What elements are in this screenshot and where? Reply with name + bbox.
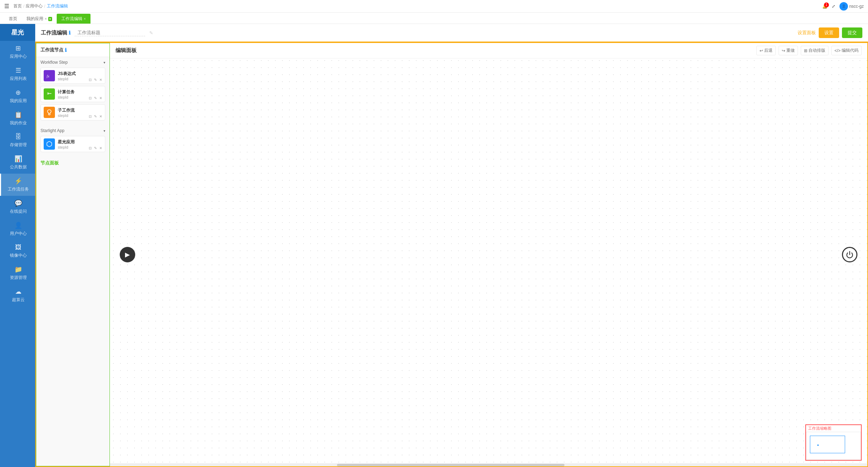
sidebar-label-myapps: 我的应用 <box>10 98 27 104</box>
editor-title-text: 工作流编辑 <box>41 30 67 36</box>
starlight-delete-btn[interactable]: ✕ <box>99 146 103 150</box>
auto-layout-icon: ⊞ <box>804 48 807 53</box>
tab-my-apps-badge: ▾ <box>48 17 52 21</box>
sidebar-item-myjobs[interactable]: 📋 我的作业 <box>0 107 35 130</box>
workflow-step-section-header[interactable]: Workflow Step ▾ <box>40 60 105 65</box>
user-name: nscc-gz <box>849 4 864 9</box>
js-edit-btn[interactable]: ✎ <box>93 77 98 82</box>
left-panel-title: 工作流节点 <box>40 47 63 53</box>
undo-label: 后退 <box>764 48 773 54</box>
sidebar-item-workflow[interactable]: ⚡ 工作流任务 <box>0 174 35 196</box>
setup-button[interactable]: 设置 <box>819 27 839 38</box>
tab-workflow-editor[interactable]: 工作流编辑 × <box>57 14 90 24</box>
scrollbar-thumb[interactable] <box>337 464 564 466</box>
compute-task-icon <box>44 88 55 100</box>
redo-button[interactable]: ↪ 重做 <box>779 46 798 55</box>
setup-panel-link[interactable]: 设置面板 <box>798 30 816 36</box>
undo-button[interactable]: ↩ 后退 <box>756 46 776 55</box>
breadcrumb-current: 工作流编辑 <box>47 3 68 9</box>
left-panel-header: 工作流节点 ℹ <box>36 43 110 57</box>
top-nav-right: 🔔 1 ⤢ 👤 nscc-gz <box>822 2 864 11</box>
node-starlight-app[interactable]: 星光应用 stepId ⊡ ✎ ✕ <box>40 136 105 152</box>
horizontal-scrollbar[interactable] <box>110 463 867 466</box>
workflow-title-input[interactable] <box>75 29 145 36</box>
editor-body: 工作流节点 ℹ Workflow Step ▾ fx <box>35 42 868 467</box>
workflow-icon: ⚡ <box>14 177 22 185</box>
node-sub-workflow[interactable]: 子工作流 stepId ⊡ ✎ ✕ <box>40 104 105 120</box>
compute-delete-btn[interactable]: ✕ <box>99 96 103 100</box>
sidebar-item-resources[interactable]: 📁 资源管理 <box>0 262 35 284</box>
breadcrumb-home[interactable]: 首页 <box>13 3 22 9</box>
main-layout: 星光 ⊞ 应用中心 ☰ 应用列表 ⊕ 我的应用 📋 我的作业 🗄 存储管理 📊 … <box>0 24 868 467</box>
breadcrumb-sep1: / <box>23 4 24 9</box>
myapps-icon: ⊕ <box>15 89 21 96</box>
sub-workflow-icon <box>44 107 55 118</box>
sidebar-item-myapps[interactable]: ⊕ 我的应用 <box>0 85 35 107</box>
minimap: 工作流缩略图 <box>805 424 862 461</box>
auto-layout-button[interactable]: ⊞ 自动排版 <box>801 46 829 55</box>
tab-my-apps[interactable]: 我的应用 × ▾ <box>22 14 57 24</box>
starlight-edit-btn[interactable]: ✎ <box>93 146 98 150</box>
sub-workflow-actions: ⊡ ✎ ✕ <box>88 114 103 119</box>
tab-my-apps-close[interactable]: × <box>45 17 47 21</box>
tab-workflow-editor-close[interactable]: × <box>84 17 86 21</box>
svg-text:fx: fx <box>47 74 50 78</box>
compute-edit-btn[interactable]: ✎ <box>93 96 98 100</box>
minimap-title: 工作流缩略图 <box>806 425 861 432</box>
sub-workflow-name: 子工作流 <box>58 107 102 113</box>
breadcrumb-appcenter[interactable]: 应用中心 <box>26 3 43 9</box>
sidebar-item-cloud[interactable]: ☁ 超算云 <box>0 284 35 306</box>
sidebar-item-storage[interactable]: 🗄 存储管理 <box>0 130 35 151</box>
sidebar-item-publicdata[interactable]: 📊 公共数据 <box>0 151 35 174</box>
starlight-app-chevron: ▾ <box>104 129 105 133</box>
js-delete-btn[interactable]: ✕ <box>99 77 103 82</box>
compute-copy-btn[interactable]: ⊡ <box>88 96 92 100</box>
fullscreen-icon[interactable]: ⤢ <box>832 4 835 9</box>
sub-edit-btn[interactable]: ✎ <box>93 114 98 119</box>
node-js-expression[interactable]: fx JS表达式 stepId ⊡ ✎ ✕ <box>40 68 105 84</box>
sidebar-item-appcenter[interactable]: ⊞ 应用中心 <box>0 41 35 63</box>
tab-home[interactable]: 首页 <box>4 14 22 24</box>
sub-copy-btn[interactable]: ⊡ <box>88 114 92 119</box>
notification-badge: 1 <box>824 2 829 7</box>
compute-task-actions: ⊡ ✎ ✕ <box>88 96 103 100</box>
edit-pencil-icon[interactable]: ✎ <box>149 30 153 36</box>
redo-label: 重做 <box>786 48 795 54</box>
resources-icon: 📁 <box>14 266 22 273</box>
redo-icon: ↪ <box>782 48 785 53</box>
sidebar-label-publicdata: 公共数据 <box>10 164 27 170</box>
starlight-app-section-header[interactable]: Starlight App ▾ <box>40 128 105 133</box>
sidebar-label-usercenter: 用户中心 <box>10 231 27 237</box>
sidebar-label-myjobs: 我的作业 <box>10 120 27 126</box>
editor-info-icon[interactable]: ℹ <box>69 30 70 36</box>
notification-bell[interactable]: 🔔 1 <box>822 4 828 9</box>
sidebar-label-applist: 应用列表 <box>10 76 27 82</box>
starlight-copy-btn[interactable]: ⊡ <box>88 146 92 150</box>
edit-code-label: 编辑代码 <box>842 48 858 54</box>
sidebar-item-imagecenter[interactable]: 🖼 镜像中心 <box>0 240 35 262</box>
sub-delete-btn[interactable]: ✕ <box>99 114 103 119</box>
power-button[interactable] <box>842 247 857 262</box>
sidebar-label-imagecenter: 镜像中心 <box>10 253 27 259</box>
node-compute-task[interactable]: 计算任务 stepId ⊡ ✎ ✕ <box>40 86 105 102</box>
sidebar-item-qa[interactable]: 💬 在线提问 <box>0 196 35 218</box>
compute-task-name: 计算任务 <box>58 89 102 95</box>
breadcrumb-sep2: / <box>44 4 45 9</box>
sidebar-item-usercenter[interactable]: 👤 用户中心 <box>0 218 35 240</box>
play-button[interactable]: ▶ <box>120 247 135 262</box>
user-avatar[interactable]: 👤 nscc-gz <box>839 2 864 11</box>
js-expression-icon: fx <box>44 70 55 81</box>
js-expression-actions: ⊡ ✎ ✕ <box>88 77 103 82</box>
undo-icon: ↩ <box>760 48 763 53</box>
hamburger-icon[interactable]: ☰ <box>4 3 9 10</box>
sidebar-item-applist[interactable]: ☰ 应用列表 <box>0 63 35 85</box>
canvas-title: 编辑面板 <box>115 47 137 54</box>
editor-header: 工作流编辑 ℹ ✎ 设置面板 设置 提交 <box>35 24 868 42</box>
left-panel-info-icon[interactable]: ℹ <box>65 47 67 53</box>
usercenter-icon: 👤 <box>14 222 22 229</box>
sidebar-label-storage: 存储管理 <box>10 142 27 148</box>
edit-code-button[interactable]: </> 编辑代码 <box>831 46 862 55</box>
submit-button[interactable]: 提交 <box>842 27 862 38</box>
editor-title: 工作流编辑 ℹ <box>41 30 70 36</box>
js-copy-btn[interactable]: ⊡ <box>88 77 92 82</box>
